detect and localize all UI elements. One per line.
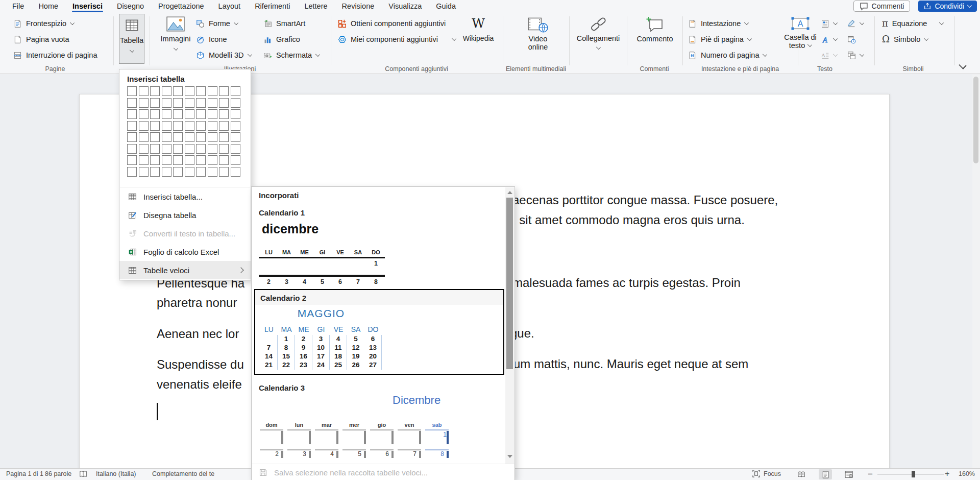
tab-revisione[interactable]: Revisione [335,0,382,12]
grid-cell[interactable] [208,155,217,165]
grid-cell[interactable] [208,121,217,131]
grid-cell[interactable] [219,167,229,177]
grid-cell[interactable] [185,121,194,131]
grid-cell[interactable] [219,144,229,154]
zoom-in-button[interactable]: + [945,469,949,478]
comments-button[interactable]: Commenti [853,1,911,12]
calendar2-gallery-item-selected[interactable]: Calendario 2 MAGGIO LUMAMEGIVESADO 12345… [254,289,504,375]
grid-cell[interactable] [162,109,172,119]
tab-layout[interactable]: Layout [211,0,248,12]
footer-button[interactable]: Piè di pagina [688,33,751,45]
grid-cell[interactable] [231,167,240,177]
my-addins-button[interactable]: Miei componenti aggiuntivi [338,33,438,45]
grid-cell[interactable] [139,109,149,119]
grid-cell[interactable] [150,86,160,96]
grid-cell[interactable] [185,86,194,96]
grid-cell[interactable] [173,132,183,142]
grid-cell[interactable] [219,132,229,142]
share-button[interactable]: Condividi [918,1,977,12]
grid-cell[interactable] [173,167,183,177]
quick-parts-button[interactable] [821,17,837,30]
page-number-button[interactable]: Numero di pagina [688,49,767,61]
grid-cell[interactable] [162,132,172,142]
page-count[interactable]: Pagina 1 di 1 [6,470,43,477]
grid-cell[interactable] [185,132,194,142]
smartart-button[interactable]: SmartArt [263,17,305,30]
grid-cell[interactable] [231,121,240,131]
grid-cell[interactable] [162,155,172,165]
signature-line-button[interactable] [847,17,864,30]
grid-cell[interactable] [185,98,194,108]
grid-cell[interactable] [139,121,149,131]
tab-guida[interactable]: Guida [429,0,463,12]
grid-cell[interactable] [127,132,137,142]
grid-cell[interactable] [231,86,240,96]
grid-cell[interactable] [127,155,137,165]
grid-cell[interactable] [127,144,137,154]
grid-cell[interactable] [196,167,206,177]
cover-page-button[interactable]: Frontespizio [13,17,74,30]
grid-cell[interactable] [150,121,160,131]
grid-cell[interactable] [208,86,217,96]
grid-cell[interactable] [208,132,217,142]
zoom-out-button[interactable]: − [868,469,873,479]
grid-cell[interactable] [139,144,149,154]
scrollbar-thumb[interactable] [973,77,978,163]
grid-cell[interactable] [173,86,183,96]
grid-cell[interactable] [231,144,240,154]
grid-cell[interactable] [185,167,194,177]
grid-cell[interactable] [139,155,149,165]
grid-cell[interactable] [127,98,137,108]
equation-button[interactable]: π Equazione [882,17,927,30]
symbol-button[interactable]: Ω Simbolo [882,33,928,45]
word-count[interactable]: 86 parole [45,470,71,477]
grid-cell[interactable] [127,167,137,177]
grid-cell[interactable] [127,86,137,96]
grid-cell[interactable] [173,144,183,154]
submenu-scrollbar[interactable] [505,187,514,464]
grid-cell[interactable] [219,155,229,165]
grid-cell[interactable] [150,155,160,165]
grid-cell[interactable] [219,109,229,119]
grid-cell[interactable] [150,132,160,142]
grid-cell[interactable] [231,98,240,108]
grid-cell[interactable] [150,144,160,154]
pictures-button[interactable]: Immagini [160,16,191,50]
scroll-down-icon[interactable] [507,455,512,458]
menu-item-insert-table[interactable]: Inserisci tabella... [119,187,251,206]
grid-cell[interactable] [185,155,194,165]
grid-cell[interactable] [185,109,194,119]
collapse-ribbon-chevron-icon[interactable] [959,61,966,69]
icons-button[interactable]: Icone [196,33,227,45]
grid-cell[interactable] [150,98,160,108]
grid-cell[interactable] [139,167,149,177]
grid-cell[interactable] [219,98,229,108]
text-box-button[interactable]: A Casella di testo [783,16,818,50]
grid-cell[interactable] [127,121,137,131]
screenshot-button[interactable]: Schermata [263,49,320,61]
get-addins-button[interactable]: Ottieni componenti aggiuntivi [338,17,446,30]
menu-item-draw-table[interactable]: Disegna tabella [119,206,251,224]
grid-cell[interactable] [173,98,183,108]
menu-item-quick-tables[interactable]: Tabelle veloci [119,261,251,279]
grid-cell[interactable] [231,155,240,165]
print-layout-button[interactable] [819,469,832,479]
grid-cell[interactable] [196,98,206,108]
grid-cell[interactable] [185,144,194,154]
grid-cell[interactable] [162,98,172,108]
grid-cell[interactable] [150,167,160,177]
tab-home[interactable]: Home [31,0,65,12]
header-button[interactable]: Intestazione [688,17,748,30]
wordart-button[interactable]: A [821,33,837,45]
3d-models-button[interactable]: Modelli 3D [196,49,252,61]
page-break-button[interactable]: Interruzione di pagina [13,49,97,61]
grid-cell[interactable] [196,86,206,96]
drop-cap-button[interactable]: A [821,49,837,61]
language-indicator[interactable]: Italiano (Italia) [96,470,136,477]
tab-inserisci[interactable]: Inserisci [65,0,110,12]
grid-cell[interactable] [139,132,149,142]
grid-cell[interactable] [219,121,229,131]
read-mode-button[interactable] [795,469,808,479]
grid-cell[interactable] [139,86,149,96]
grid-cell[interactable] [196,144,206,154]
